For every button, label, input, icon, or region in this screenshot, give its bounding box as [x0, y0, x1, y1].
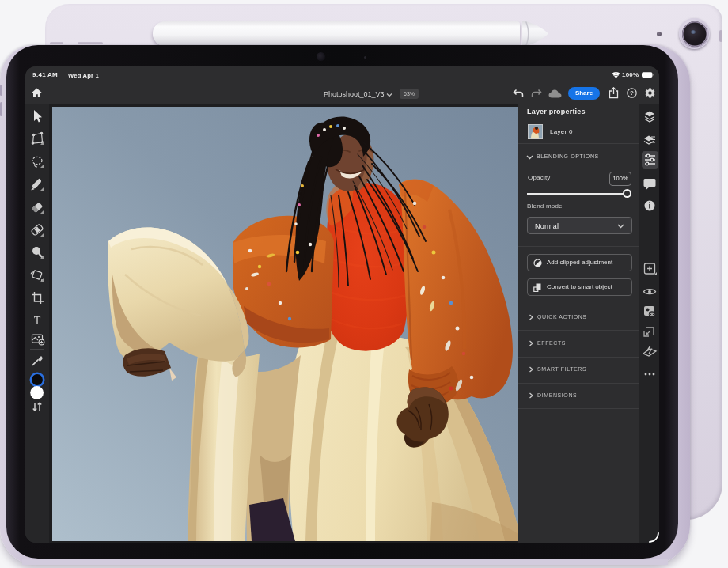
svg-text:T: T — [34, 315, 41, 327]
svg-text:?: ? — [630, 89, 634, 97]
